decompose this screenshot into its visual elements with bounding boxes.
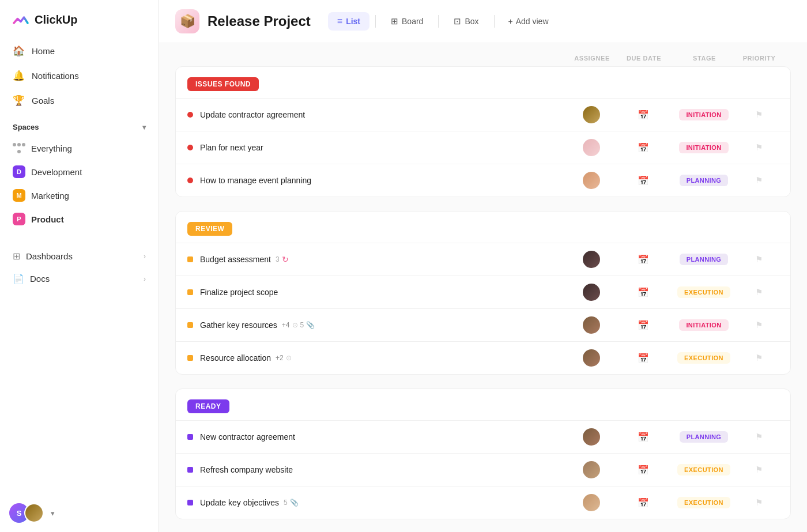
flag-icon: ⚑ bbox=[755, 142, 763, 153]
task-name: Update key objectives 5 📎 bbox=[200, 498, 565, 507]
col-due-date: DUE DATE bbox=[618, 55, 670, 62]
task-priority: ⚑ bbox=[738, 465, 779, 475]
task-name-text: New contractor agreement bbox=[200, 432, 295, 442]
task-name: Finalize project scope bbox=[200, 288, 565, 297]
sidebar-item-dashboards[interactable]: ⊞ Dashboards › bbox=[5, 245, 154, 267]
task-assignee bbox=[565, 494, 617, 511]
col-assignee: ASSIGNEE bbox=[566, 55, 618, 62]
subtask-count: 3 bbox=[276, 255, 280, 263]
docs-chevron-icon: › bbox=[144, 275, 146, 283]
avatar bbox=[583, 251, 600, 268]
sidebar-item-product[interactable]: P Product bbox=[5, 207, 154, 231]
board-tab-label: Board bbox=[402, 17, 423, 26]
task-name: Refresh company website bbox=[200, 465, 565, 474]
goals-icon: 🏆 bbox=[13, 95, 25, 107]
task-dot-icon bbox=[187, 289, 193, 295]
user-avatars: S bbox=[9, 503, 44, 523]
task-assignee bbox=[565, 316, 617, 334]
sidebar-footer: S ▾ bbox=[0, 494, 159, 532]
tab-list[interactable]: ≡ List bbox=[328, 12, 369, 31]
main-header: 📦 Release Project ≡ List ⊞ Board ⊡ Box +… bbox=[159, 0, 807, 43]
view-tabs: ≡ List ⊞ Board ⊡ Box + Add view bbox=[328, 12, 557, 31]
table-row[interactable]: Update contractor agreement 📅 INITIATION… bbox=[176, 98, 790, 131]
section-badge-review: REVIEW bbox=[187, 222, 232, 236]
section-badge-ready: READY bbox=[187, 399, 229, 413]
sidebar-item-development[interactable]: D Development bbox=[5, 160, 154, 183]
task-stage: INITIATION bbox=[669, 109, 738, 120]
task-stage: EXECUTION bbox=[669, 352, 738, 364]
main-content: 📦 Release Project ≡ List ⊞ Board ⊡ Box +… bbox=[159, 0, 807, 532]
task-dot-icon bbox=[187, 112, 193, 118]
stage-badge: INITIATION bbox=[679, 142, 728, 153]
task-stage: PLANNING bbox=[669, 175, 738, 186]
task-priority: ⚑ bbox=[738, 432, 779, 442]
stage-badge: EXECUTION bbox=[677, 464, 730, 476]
space-development-label: Development bbox=[31, 167, 82, 177]
sidebar-item-docs[interactable]: 📄 Docs › bbox=[5, 267, 154, 290]
task-dot-icon bbox=[187, 467, 193, 473]
table-row[interactable]: New contractor agreement 📅 PLANNING ⚑ bbox=[176, 420, 790, 453]
list-tab-label: List bbox=[346, 17, 360, 26]
sidebar-item-marketing[interactable]: M Marketing bbox=[5, 184, 154, 207]
task-name: Update contractor agreement bbox=[200, 110, 565, 119]
sidebar-item-goals[interactable]: 🏆 Goals bbox=[5, 89, 154, 112]
table-row[interactable]: Gather key resources +4 ⊙ 5 📎 📅 INITIATI… bbox=[176, 308, 790, 341]
chevron-down-icon[interactable]: ▾ bbox=[142, 123, 146, 131]
avatar-user-2 bbox=[24, 503, 44, 523]
sidebar-item-notifications-label: Notifications bbox=[32, 71, 79, 81]
task-name: New contractor agreement bbox=[200, 432, 565, 442]
space-marketing-label: Marketing bbox=[31, 191, 69, 201]
avatar bbox=[583, 349, 600, 367]
spaces-label: Spaces bbox=[13, 123, 39, 131]
space-marketing-icon: M bbox=[13, 189, 25, 202]
section-issues-found: ISSUES FOUND Update contractor agreement… bbox=[175, 66, 791, 197]
col-priority: PRIORITY bbox=[739, 55, 779, 62]
sidebar-item-notifications[interactable]: 🔔 Notifications bbox=[5, 64, 154, 88]
avatar bbox=[583, 461, 600, 478]
flag-icon: ⚑ bbox=[755, 432, 763, 442]
task-assignee bbox=[565, 428, 617, 446]
flag-icon: ⚑ bbox=[755, 465, 763, 475]
flag-icon: ⚑ bbox=[755, 497, 763, 508]
task-assignee bbox=[565, 139, 617, 156]
table-row[interactable]: Plan for next year 📅 INITIATION ⚑ bbox=[176, 131, 790, 164]
task-assignee bbox=[565, 349, 617, 367]
task-assignee bbox=[565, 106, 617, 123]
task-due-date: 📅 bbox=[617, 175, 669, 186]
table-row[interactable]: How to manage event planning 📅 PLANNING … bbox=[176, 164, 790, 197]
task-name-text: Gather key resources bbox=[200, 320, 277, 330]
tab-board[interactable]: ⊞ Board bbox=[382, 12, 432, 31]
space-everything-label: Everything bbox=[31, 144, 72, 153]
plus-count: +4 bbox=[282, 321, 290, 329]
footer-chevron-icon[interactable]: ▾ bbox=[51, 509, 55, 518]
tab-box[interactable]: ⊡ Box bbox=[444, 12, 488, 31]
table-row[interactable]: Finalize project scope 📅 EXECUTION ⚑ bbox=[176, 276, 790, 308]
sidebar-item-everything[interactable]: Everything bbox=[5, 137, 154, 160]
task-name-text: Refresh company website bbox=[200, 465, 293, 474]
stage-badge: EXECUTION bbox=[677, 497, 730, 508]
dashboards-label: Dashboards bbox=[26, 251, 73, 261]
table-row[interactable]: Budget assessment 3 ↻ 📅 PLANNING ⚑ bbox=[176, 243, 790, 276]
everything-dots-icon bbox=[13, 142, 25, 154]
paperclip-icon: 📎 bbox=[306, 321, 315, 329]
calendar-icon: 📅 bbox=[638, 320, 649, 331]
calendar-icon: 📅 bbox=[638, 175, 649, 186]
col-stage: STAGE bbox=[670, 55, 739, 62]
stage-badge: PLANNING bbox=[680, 254, 729, 265]
task-due-date: 📅 bbox=[617, 254, 669, 265]
plus-icon: + bbox=[508, 17, 513, 26]
add-view-button[interactable]: + Add view bbox=[500, 13, 557, 30]
logo: ClickUp bbox=[0, 0, 159, 39]
table-row[interactable]: Resource allocation +2 ⊙ 📅 EXECUTION ⚑ bbox=[176, 341, 790, 374]
avatar bbox=[583, 428, 600, 446]
table-row[interactable]: Update key objectives 5 📎 📅 EXECUTION ⚑ bbox=[176, 486, 790, 519]
task-due-date: 📅 bbox=[617, 287, 669, 298]
space-product-label: Product bbox=[31, 214, 64, 224]
task-name-text: Update contractor agreement bbox=[200, 110, 305, 119]
table-row[interactable]: Refresh company website 📅 EXECUTION ⚑ bbox=[176, 453, 790, 486]
sidebar-item-home[interactable]: 🏠 Home bbox=[5, 39, 154, 63]
list-tab-icon: ≡ bbox=[337, 16, 342, 27]
task-dot-icon bbox=[187, 322, 193, 328]
avatar bbox=[583, 284, 600, 301]
docs-icon: 📄 bbox=[13, 273, 24, 284]
